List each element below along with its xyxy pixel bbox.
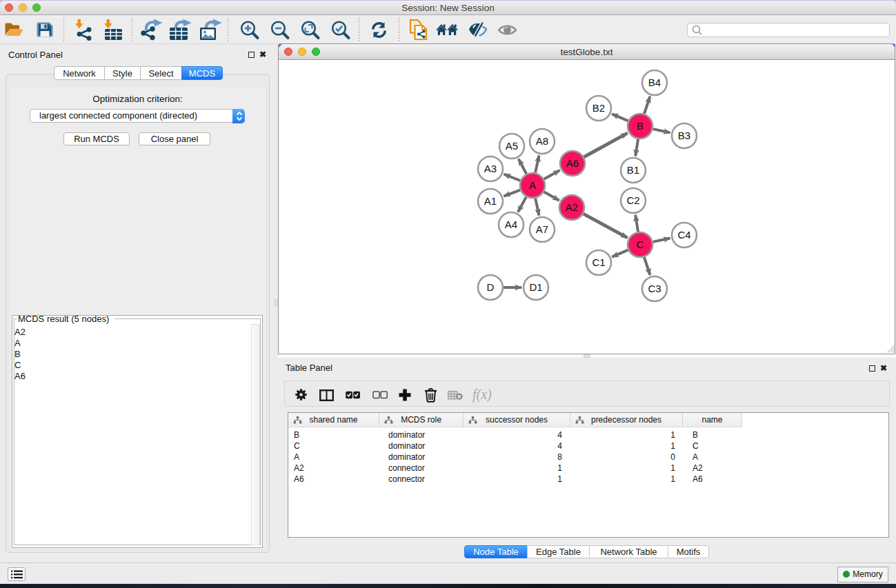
svg-text:C2: C2 [626,194,639,206]
svg-text:B: B [637,120,644,132]
svg-text:C1: C1 [592,256,605,268]
svg-text:A4: A4 [505,219,517,230]
svg-text:A8: A8 [536,135,548,147]
svg-text:C4: C4 [677,229,690,241]
svg-text:B3: B3 [678,130,690,141]
svg-text:A: A [529,179,536,191]
svg-text:C: C [637,239,644,250]
svg-text:A1: A1 [484,195,497,207]
svg-text:B2: B2 [593,102,605,114]
svg-text:A3: A3 [484,163,497,174]
svg-text:D: D [487,281,495,293]
svg-text:B4: B4 [648,77,661,88]
svg-text:A6: A6 [566,157,579,169]
svg-text:A7: A7 [536,223,548,235]
svg-text:A5: A5 [506,140,518,152]
svg-text:B1: B1 [627,164,639,176]
svg-text:D1: D1 [529,281,542,293]
svg-text:C3: C3 [648,283,661,294]
svg-text:A2: A2 [566,201,578,213]
